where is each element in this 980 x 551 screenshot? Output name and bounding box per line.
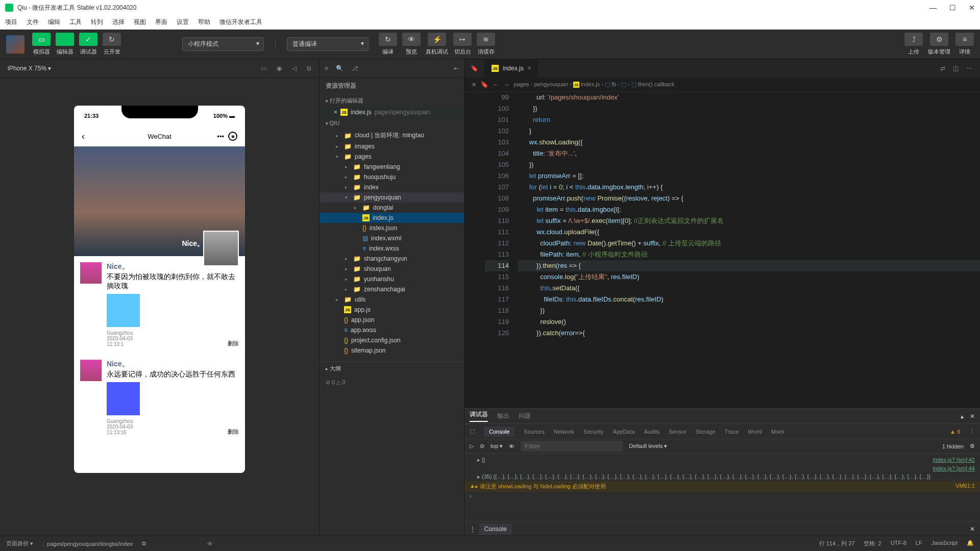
file-item[interactable]: {}sitemap.json [320,345,464,356]
console-more-icon[interactable]: ⋮ [470,525,476,533]
devtools-subtab[interactable]: AppData [613,429,635,435]
file-item[interactable]: ≡index.wxss [320,243,464,254]
folder-item[interactable]: ▸📁images [320,141,464,152]
mode-dropdown[interactable]: 小程序模式 [182,37,264,51]
devtools-tab[interactable]: 问题 [519,412,531,420]
folder-item[interactable]: ▸📁cloud | 当前环境: mingtao [320,130,464,141]
project-root-section[interactable]: QIU [320,117,464,129]
devtools-tab[interactable]: 输出 [497,412,509,420]
folder-item[interactable]: ▸📁index [320,182,464,192]
explorer-search-icon[interactable]: 🔍 [336,65,344,72]
folder-item[interactable]: ▸📁yunhanshu [320,274,464,284]
folder-item[interactable]: ▸📁zenshanchagai [320,284,464,294]
devtools-subtab[interactable]: Mock [771,429,785,435]
phone-menu-icon[interactable]: ••• [217,133,224,140]
open-file-item[interactable]: × JS index.js pages\pengyouquan [320,107,464,117]
status-item[interactable]: 行 114，列 27 [819,540,855,547]
console-settings-icon[interactable]: ⚙ [970,443,975,449]
phone-simulator[interactable]: 21:33 100% ▬ ‹ WeChat ••• ◉ Nice。 Nice。不… [74,106,245,473]
console-output[interactable]: ▸ [] [477,457,485,463]
maximize-button[interactable]: ☐ [949,4,956,12]
copy-path-icon[interactable]: ⧉ [142,540,146,547]
user-avatar[interactable] [6,35,24,54]
toolbar-button[interactable]: 👁预览 [402,33,421,56]
breadcrumb-item[interactable]: pages [514,81,529,87]
sim-mute-icon[interactable]: ◁ [292,65,297,72]
editor-breadcrumb[interactable]: ≡ 🔖 ← → pages › pengyouquan › JS index.j… [464,78,980,92]
close-file-icon[interactable]: × [334,109,337,116]
editor-bookmark-icon[interactable]: 🔖 [464,65,484,72]
page-path[interactable]: pages/pengyouquan/dongtai/index [47,541,133,547]
sim-record-icon[interactable]: ◉ [277,65,282,72]
folder-item[interactable]: ▸📁fangwenliang [320,162,464,172]
devtools-subtab[interactable]: Storage [696,429,716,435]
editor-tab[interactable]: JS index.js × [484,59,539,78]
toolbar-button[interactable]: 编辑器 [56,33,74,56]
console-eye-icon[interactable]: 👁 [509,443,514,449]
toolbar-button[interactable]: ✓调试器 [79,33,97,56]
bookmark-icon[interactable]: 🔖 [480,81,488,88]
file-item[interactable]: {}app.json [320,315,464,325]
menu-item[interactable]: 编辑 [48,18,60,27]
nav-back-icon[interactable]: ← [493,81,499,88]
status-item[interactable]: JavaScript [932,540,958,547]
post-avatar[interactable] [80,360,102,381]
toolbar-button[interactable]: ⚙版本管理 [928,33,950,56]
menu-item[interactable]: 文件 [27,18,39,27]
status-item[interactable]: LF [916,540,922,547]
console-output[interactable]: ▸ (35) [{…}, {…}, {…}, {…}, {…}, {…}, {…… [477,473,930,480]
explorer-branch-icon[interactable]: ⎇ [351,65,358,72]
devtools-subtab[interactable]: Console [484,427,514,437]
menu-item[interactable]: 项目 [5,18,17,27]
menu-item[interactable]: 界面 [155,18,167,27]
devtools-tab[interactable]: 调试器 [470,410,488,422]
phone-back-icon[interactable]: ‹ [82,131,85,142]
post-image[interactable] [107,382,140,415]
file-item[interactable]: JSapp.js [320,305,464,315]
hero-avatar[interactable] [203,231,239,266]
breadcrumb-item[interactable]: pengyouquan [534,81,568,87]
more-icon[interactable]: ⋯ [966,65,972,72]
console-drawer-tab[interactable]: Console [479,523,512,535]
minimize-button[interactable]: — [929,4,937,12]
folder-item[interactable]: ▸📁utils [320,294,464,305]
breadcrumb-item[interactable]: then() callback [638,81,675,87]
compare-icon[interactable]: ⇄ [940,65,945,72]
folder-item[interactable]: ▸📁dongtai [320,203,464,213]
menu-item[interactable]: 工具 [69,18,82,27]
folder-item[interactable]: ▸📁shangchangyun [320,254,464,264]
toolbar-button[interactable]: ⤴上传 [904,33,923,56]
visibility-icon[interactable]: 👁 [207,541,213,547]
devtools-subtab[interactable]: Trace [725,429,739,435]
console-source-link[interactable]: index.js? [sm]:42 [933,457,975,463]
console-context-select[interactable]: top ▾ [491,443,503,449]
console-drawer-close-icon[interactable]: ✕ [970,525,975,533]
post-avatar[interactable] [80,262,102,284]
post-username[interactable]: Nice。 [107,360,239,369]
menu-item[interactable]: 帮助 [198,18,210,27]
moments-post[interactable]: Nice。不要因为怕被玫瑰的刺伤到你，就不敢去摘玫瑰Guangzhou2020-… [74,256,245,354]
file-item[interactable]: ≡app.wxss [320,325,464,335]
page-path-label[interactable]: 页面路径 ▾ [6,540,33,547]
toolbar-button[interactable]: ↻云开发 [103,33,121,56]
console-source-link[interactable]: index.js? [sm]:44 [933,465,975,471]
sim-popout-icon[interactable]: ⧉ [307,65,311,72]
toggle-icon[interactable]: ≡ [472,81,476,88]
sim-phone-icon[interactable]: ▭ [261,65,266,72]
nav-forward-icon[interactable]: → [503,81,510,88]
compile-dropdown[interactable]: 普通编译 [287,37,369,51]
menu-item[interactable]: 设置 [177,18,189,27]
folder-item[interactable]: ▾📁pengyouquan [320,192,464,203]
toolbar-button[interactable]: ▭模拟器 [32,33,51,56]
devtools-subtab[interactable]: Wxml [748,429,762,435]
tab-close-icon[interactable]: × [528,65,531,72]
menu-item[interactable]: 微信开发者工具 [219,18,262,27]
file-item[interactable]: {}project.config.json [320,335,464,345]
menu-item[interactable]: 选择 [112,18,125,27]
hidden-count[interactable]: 1 hidden [942,443,964,449]
phone-target-icon[interactable]: ◉ [228,132,237,141]
file-item[interactable]: ▤index.wxml [320,233,464,243]
devtools-subtab[interactable]: Audits [644,429,660,435]
devtools-more-icon[interactable]: ⋮ [969,428,975,435]
devtools-collapse-icon[interactable]: ▴ [961,413,964,420]
